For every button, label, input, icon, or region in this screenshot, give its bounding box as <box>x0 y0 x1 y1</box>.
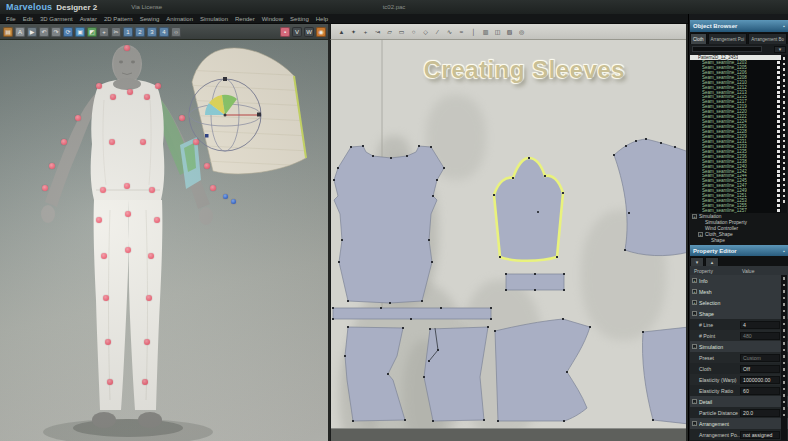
property-value[interactable]: not assigned <box>740 431 780 439</box>
edit-curve-icon[interactable]: ↝ <box>373 27 382 36</box>
menu-item-setting[interactable]: Setting <box>290 14 309 24</box>
arrangement-point[interactable] <box>96 217 102 223</box>
visibility-checkbox[interactable] <box>777 125 780 128</box>
arrangement-point[interactable] <box>154 217 160 223</box>
object-list-scrollbar[interactable] <box>781 55 787 213</box>
menu-item-avatar[interactable]: Avatar <box>80 14 97 24</box>
menu-item-window[interactable]: Window <box>262 14 283 24</box>
menu-item-animation[interactable]: Animation <box>166 14 193 24</box>
property-value[interactable]: 4 <box>740 321 780 329</box>
tree-item-shape[interactable]: Shape <box>690 237 788 243</box>
view-front-icon[interactable]: 1 <box>123 27 133 37</box>
object-browser-header[interactable]: Object Browser ▪ <box>690 20 788 32</box>
visibility-checkbox[interactable] <box>777 155 780 158</box>
expander-icon[interactable]: + <box>698 232 703 237</box>
visibility-checkbox[interactable] <box>777 56 780 59</box>
property-value[interactable]: 480 <box>740 332 780 340</box>
splitter-3d-2d[interactable] <box>328 24 330 441</box>
show-avatar-icon[interactable]: ◩ <box>87 27 97 37</box>
visibility-checkbox[interactable] <box>777 71 780 74</box>
segment-seam-icon[interactable]: ∿ <box>445 27 454 36</box>
expander-icon[interactable]: + <box>692 278 697 283</box>
arrangement-point[interactable] <box>155 83 161 89</box>
arrangement-point[interactable] <box>107 379 113 385</box>
property-section-selection[interactable]: +Selection <box>690 297 788 308</box>
viewport-2d[interactable]: Creating Sleeves <box>330 40 688 441</box>
arrangement-point-active[interactable] <box>231 199 236 204</box>
visibility-checkbox[interactable] <box>777 174 780 177</box>
visibility-checkbox[interactable] <box>777 189 780 192</box>
arrangement-point[interactable] <box>142 379 148 385</box>
play-animation-icon[interactable]: ▶ <box>27 27 37 37</box>
arrangement-point[interactable] <box>75 115 81 121</box>
show-seams-icon[interactable]: V <box>292 27 302 37</box>
arrangement-point[interactable] <box>103 295 109 301</box>
arrangement-point-active[interactable] <box>223 194 228 199</box>
arrangement-point[interactable] <box>105 339 111 345</box>
arrangement-point[interactable] <box>125 211 131 217</box>
expander-icon[interactable]: - <box>692 399 697 404</box>
arrangement-point[interactable] <box>124 183 130 189</box>
property-scrollbar[interactable] <box>781 275 787 440</box>
visibility-checkbox[interactable] <box>777 110 780 113</box>
arrangement-point[interactable] <box>148 253 154 259</box>
viewport-3d[interactable] <box>0 40 330 441</box>
pattern-pants-left[interactable] <box>344 326 406 422</box>
menu-item-simulation[interactable]: Simulation <box>200 14 228 24</box>
visibility-checkbox[interactable] <box>777 95 780 98</box>
view-side-icon[interactable]: 2 <box>135 27 145 37</box>
property-value[interactable]: 20.0 <box>740 409 780 417</box>
pattern-cuff[interactable] <box>505 273 565 291</box>
arrangement-point[interactable] <box>144 339 150 345</box>
visibility-checkbox[interactable] <box>777 76 780 79</box>
arrangement-point[interactable] <box>109 139 115 145</box>
visibility-checkbox[interactable] <box>777 194 780 197</box>
pattern-3d-sleeve[interactable] <box>185 48 310 174</box>
menu-item-render[interactable]: Render <box>235 14 255 24</box>
menu-item-help[interactable]: Help <box>316 14 328 24</box>
polygon-tool-icon[interactable]: ▱ <box>385 27 394 36</box>
pattern-pants-far-right[interactable] <box>642 327 688 424</box>
texture-editor-icon[interactable]: ◫ <box>493 27 502 36</box>
pin-icon[interactable]: + <box>99 27 109 37</box>
visibility-checkbox[interactable] <box>777 199 780 202</box>
menu-item-file[interactable]: File <box>6 14 16 24</box>
property-value[interactable]: Custom <box>740 354 780 362</box>
visibility-checkbox[interactable] <box>777 81 780 84</box>
menu-item-edit[interactable]: Edit <box>23 14 33 24</box>
visibility-checkbox[interactable] <box>777 105 780 108</box>
arrangement-point[interactable] <box>149 187 155 193</box>
property-section-mesh[interactable]: +Mesh <box>690 286 788 297</box>
internal-line-icon[interactable]: ∕ <box>433 27 442 36</box>
menu-item-sewing[interactable]: Sewing <box>140 14 160 24</box>
redo-icon[interactable]: ↷ <box>51 27 61 37</box>
select-tool-icon[interactable]: ▲ <box>337 27 346 36</box>
visibility-checkbox[interactable] <box>777 130 780 133</box>
menu-item-3d-garment[interactable]: 3D Garment <box>40 14 73 24</box>
pattern-bodice-back[interactable] <box>613 138 688 256</box>
visibility-checkbox[interactable] <box>777 115 780 118</box>
arrangement-point[interactable] <box>210 185 216 191</box>
pattern-pants-right[interactable] <box>494 318 591 422</box>
visibility-checkbox[interactable] <box>777 150 780 153</box>
arrangement-point[interactable] <box>125 247 131 253</box>
property-value[interactable]: Off <box>740 365 780 373</box>
arrangement-point[interactable] <box>61 139 67 145</box>
property-section-simulation[interactable]: -Simulation <box>690 341 788 352</box>
arrangement-point[interactable] <box>96 83 102 89</box>
expander-icon[interactable]: - <box>692 311 697 316</box>
visibility-checkbox[interactable] <box>777 91 780 94</box>
expander-icon[interactable]: - <box>692 421 697 426</box>
scissors-icon[interactable]: ✂ <box>111 27 121 37</box>
pattern-3d-cyan[interactable] <box>180 137 201 189</box>
visibility-checkbox[interactable] <box>777 165 780 168</box>
property-value[interactable]: 1000000.00 <box>740 376 780 384</box>
property-section-info[interactable]: +Info <box>690 275 788 286</box>
grading-icon[interactable]: ▥ <box>481 27 490 36</box>
arrangement-point[interactable] <box>179 115 185 121</box>
avatar-model[interactable] <box>41 45 213 428</box>
visibility-checkbox[interactable] <box>777 120 780 123</box>
visibility-checkbox[interactable] <box>777 160 780 163</box>
property-value[interactable]: 60 <box>740 387 780 395</box>
visibility-checkbox[interactable] <box>777 100 780 103</box>
